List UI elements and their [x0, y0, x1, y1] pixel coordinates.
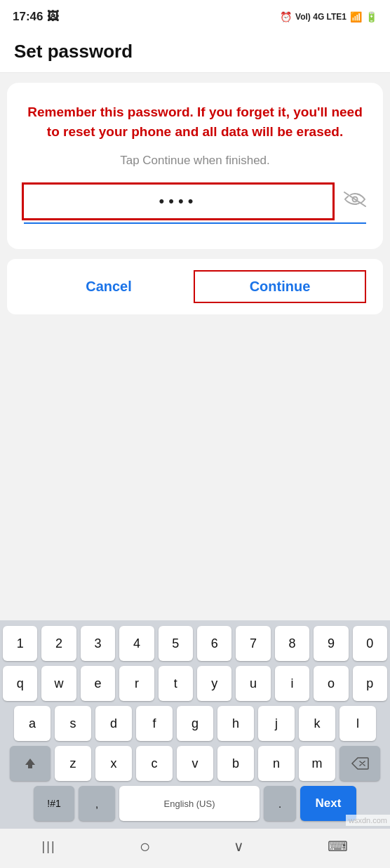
- eye-toggle-icon[interactable]: [344, 192, 366, 211]
- key-e[interactable]: e: [81, 666, 115, 701]
- key-q[interactable]: q: [3, 666, 37, 701]
- signal-bars-icon: 📶: [350, 11, 362, 22]
- action-buttons: Cancel Continue: [7, 259, 383, 314]
- battery-icon: 🔋: [365, 11, 377, 22]
- keyboard-row-bottom: !#1 , English (US) . Next: [3, 786, 387, 821]
- shift-key[interactable]: [10, 746, 51, 781]
- space-key[interactable]: English (US): [119, 786, 260, 821]
- network-text: Vol) 4G LTE1: [295, 12, 347, 22]
- time-display: 17:46: [13, 10, 43, 24]
- key-4[interactable]: 4: [119, 626, 154, 661]
- key-h[interactable]: h: [217, 706, 254, 741]
- key-k[interactable]: k: [299, 706, 335, 741]
- home-nav-icon[interactable]: ○: [140, 836, 151, 857]
- key-a[interactable]: a: [14, 706, 51, 741]
- key-w[interactable]: w: [41, 666, 76, 701]
- key-i[interactable]: i: [275, 666, 309, 701]
- key-n[interactable]: n: [258, 746, 295, 781]
- key-6[interactable]: 6: [197, 626, 231, 661]
- password-field-wrapper[interactable]: ••••: [24, 185, 366, 224]
- key-s[interactable]: s: [55, 706, 91, 741]
- keyboard-row-zxcv: z x c v b n m: [3, 746, 387, 781]
- status-bar: 17:46 🖼 ⏰ Vol) 4G LTE1 📶 🔋: [0, 0, 390, 31]
- keyboard-row-numbers: 1 2 3 4 5 6 7 8 9 0: [3, 626, 387, 661]
- key-u[interactable]: u: [236, 666, 270, 701]
- page-title-bar: Set password: [0, 31, 390, 73]
- backspace-key[interactable]: [339, 746, 380, 781]
- key-z[interactable]: z: [55, 746, 91, 781]
- page-title: Set password: [14, 41, 376, 62]
- key-t[interactable]: t: [159, 666, 193, 701]
- keyboard: 1 2 3 4 5 6 7 8 9 0 q w e r t y u i o p …: [0, 620, 390, 829]
- key-b[interactable]: b: [217, 746, 254, 781]
- keyboard-row-asdf: a s d f g h j k l: [3, 706, 387, 741]
- key-o[interactable]: o: [314, 666, 348, 701]
- key-2[interactable]: 2: [41, 626, 76, 661]
- key-7[interactable]: 7: [236, 626, 270, 661]
- instruction-text: Tap Continue when finished.: [120, 154, 270, 168]
- status-time: 17:46 🖼: [13, 10, 59, 24]
- key-f[interactable]: f: [136, 706, 173, 741]
- key-r[interactable]: r: [119, 666, 154, 701]
- key-5[interactable]: 5: [159, 626, 193, 661]
- key-j[interactable]: j: [258, 706, 295, 741]
- key-x[interactable]: x: [95, 746, 132, 781]
- key-9[interactable]: 9: [314, 626, 348, 661]
- keyboard-row-qwerty: q w e r t y u i o p: [3, 666, 387, 701]
- cancel-button[interactable]: Cancel: [24, 272, 194, 302]
- key-y[interactable]: y: [197, 666, 231, 701]
- comma-key[interactable]: ,: [79, 786, 115, 821]
- key-m[interactable]: m: [299, 746, 335, 781]
- warning-text: Remember this password. If you forget it…: [24, 102, 366, 141]
- back-nav-icon[interactable]: |||: [42, 839, 56, 854]
- status-right-icons: ⏰ Vol) 4G LTE1 📶 🔋: [280, 11, 377, 22]
- password-dots: ••••: [159, 192, 198, 211]
- key-3[interactable]: 3: [81, 626, 115, 661]
- continue-button[interactable]: Continue: [194, 270, 366, 303]
- recent-nav-icon[interactable]: ∨: [234, 838, 244, 855]
- sym-key[interactable]: !#1: [34, 786, 74, 821]
- image-icon: 🖼: [47, 10, 59, 24]
- key-1[interactable]: 1: [3, 626, 37, 661]
- key-c[interactable]: c: [136, 746, 173, 781]
- period-key[interactable]: .: [264, 786, 296, 821]
- key-d[interactable]: d: [95, 706, 132, 741]
- key-0[interactable]: 0: [353, 626, 387, 661]
- content-card: Remember this password. If you forget it…: [7, 83, 383, 249]
- alarm-icon: ⏰: [280, 11, 292, 22]
- key-8[interactable]: 8: [275, 626, 309, 661]
- navigation-bar: ||| ○ ∨ ⌨: [0, 829, 390, 868]
- password-input-box[interactable]: ••••: [24, 185, 332, 218]
- key-l[interactable]: l: [339, 706, 376, 741]
- key-p[interactable]: p: [353, 666, 387, 701]
- watermark: wsxdn.com: [346, 815, 390, 826]
- keyboard-nav-icon[interactable]: ⌨: [328, 838, 348, 855]
- key-v[interactable]: v: [177, 746, 213, 781]
- key-g[interactable]: g: [177, 706, 213, 741]
